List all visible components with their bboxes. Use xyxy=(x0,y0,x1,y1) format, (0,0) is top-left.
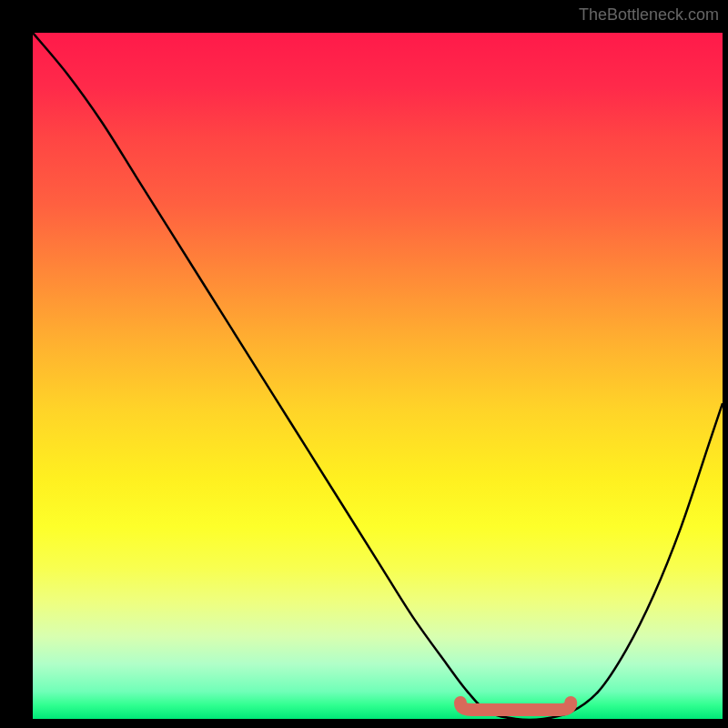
bottleneck-curve xyxy=(33,33,723,719)
chart-plot-area xyxy=(33,33,723,719)
watermark-text: TheBottleneck.com xyxy=(579,5,719,25)
optimal-range-marker xyxy=(460,703,571,710)
chart-svg xyxy=(33,33,723,719)
